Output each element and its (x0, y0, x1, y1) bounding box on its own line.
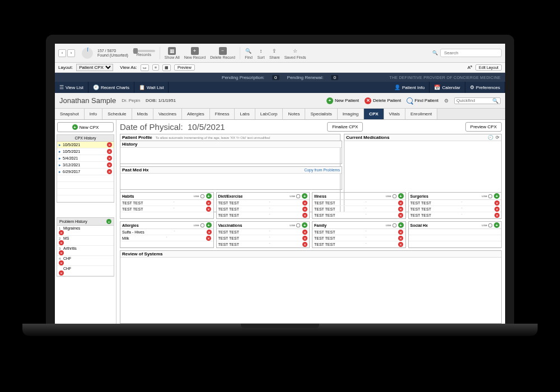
illness-item[interactable]: TEST TEST˄✕ (312, 200, 405, 206)
preview-cpx-button[interactable]: Preview CPX (465, 122, 502, 132)
records-slider[interactable]: Records (133, 50, 155, 57)
allergies-item[interactable] (120, 241, 213, 248)
habits-item[interactable]: TEST TEST˄✕ (120, 200, 213, 206)
delete-cpx-button[interactable]: ✕ (107, 162, 112, 167)
delete-patient-button[interactable]: ✕Delete Patient (365, 97, 401, 104)
diet-delete-button[interactable]: ✕ (302, 207, 307, 212)
habits-delete-button[interactable]: ✕ (206, 200, 211, 206)
problem-item[interactable]: CHF✕ (57, 266, 114, 276)
surgeries-delete-button[interactable]: ✕ (494, 213, 500, 218)
allergies-delete-button[interactable]: ✕ (207, 230, 212, 235)
delete-cpx-button[interactable]: ✕ (107, 156, 112, 161)
cpx-history-item[interactable]: ▸5/4/2021✕ (57, 155, 114, 162)
surgeries-item[interactable]: TEST TEST˄✕ (409, 212, 502, 218)
delete-record-button[interactable]: －Delete Record (210, 47, 235, 59)
diet-use-checkbox[interactable] (296, 194, 300, 198)
problem-item[interactable]: 3Arthritis✕ (57, 246, 114, 256)
illness-add-button[interactable]: + (398, 193, 404, 199)
illness-delete-button[interactable]: ✕ (398, 200, 403, 206)
tab-info[interactable]: Info (85, 109, 102, 119)
allergies-item[interactable]: Sulfa - Hives˄✕ (120, 229, 213, 235)
tab-vitals[interactable]: Vitals (384, 109, 405, 119)
family-item[interactable]: TEST TEST˄✕ (312, 229, 405, 235)
surgeries-use-checkbox[interactable] (488, 194, 492, 198)
tab-specialists[interactable]: Specialists (305, 109, 337, 119)
find-patient-button[interactable]: Find Patient (407, 97, 438, 104)
habits-use-checkbox[interactable] (200, 194, 204, 198)
delete-cpx-button[interactable]: ✕ (107, 142, 112, 147)
preview-button[interactable]: Preview (174, 64, 195, 71)
next-record-button[interactable]: › (67, 49, 75, 57)
add-problem-button[interactable]: + (106, 219, 111, 224)
delete-problem-button[interactable]: ✕ (59, 250, 64, 255)
toolbar-search-input[interactable] (440, 49, 502, 57)
vaccinations-add-button[interactable]: + (302, 222, 307, 228)
prev-record-button[interactable]: ‹ (58, 49, 66, 57)
diet-item[interactable]: TEST TEST˄✕ (217, 200, 310, 206)
cpx-history-item[interactable]: ▸10/5/2021✕ (57, 142, 114, 148)
cpx-history-item[interactable]: ▸3/12/2021✕ (57, 162, 114, 169)
vaccinations-use-checkbox[interactable] (296, 223, 300, 227)
family-item[interactable]: TEST TEST˄✕ (312, 241, 405, 248)
surgeries-delete-button[interactable]: ✕ (494, 200, 500, 206)
delete-problem-button[interactable]: ✕ (59, 230, 64, 235)
tab-notes[interactable]: Notes (283, 109, 305, 119)
tab-allergies[interactable]: Allergies (182, 109, 210, 119)
tab-labcorp[interactable]: LabCorp (255, 109, 283, 119)
past-med-hx-body[interactable] (120, 174, 342, 189)
nav-wait-list[interactable]: 📋Wait List (134, 82, 169, 93)
family-add-button[interactable]: + (398, 222, 404, 228)
vaccinations-delete-button[interactable]: ✕ (302, 242, 307, 247)
delete-problem-button[interactable]: ✕ (59, 240, 64, 245)
delete-cpx-button[interactable]: ✕ (107, 149, 112, 154)
saved-finds-button[interactable]: ☆Saved Finds (284, 47, 306, 59)
social-item[interactable] (409, 235, 502, 241)
family-item[interactable]: TEST TEST˄✕ (312, 235, 405, 241)
tab-labs[interactable]: Labs (235, 109, 255, 119)
show-all-button[interactable]: ▦Show All (165, 47, 180, 59)
illness-use-checkbox[interactable] (393, 194, 396, 198)
history-body[interactable] (120, 148, 342, 164)
surgeries-add-button[interactable]: + (494, 193, 500, 199)
view-list-button[interactable]: ≡ (152, 64, 159, 71)
diet-delete-button[interactable]: ✕ (302, 200, 307, 206)
allergies-use-checkbox[interactable] (200, 223, 204, 227)
delete-cpx-button[interactable]: ✕ (107, 169, 112, 174)
family-use-checkbox[interactable] (393, 223, 396, 227)
problem-item[interactable]: 2MS✕ (57, 236, 114, 246)
surgeries-item[interactable]: TEST TEST˄✕ (409, 206, 502, 212)
social-use-checkbox[interactable] (488, 223, 492, 227)
tab-schedule[interactable]: Schedule (102, 109, 132, 119)
diet-item[interactable]: TEST TEST˄✕ (217, 206, 310, 212)
tab-cpx[interactable]: CPX (364, 109, 384, 119)
social-item[interactable] (409, 229, 502, 235)
diet-delete-button[interactable]: ✕ (302, 213, 307, 218)
tab-imaging[interactable]: Imaging (338, 109, 364, 119)
allergies-item[interactable]: Milk˄✕ (120, 235, 213, 241)
habits-add-button[interactable]: + (206, 193, 212, 199)
edit-layout-button[interactable]: Edit Layout (475, 64, 502, 71)
layout-select[interactable]: Patient CPX (76, 64, 113, 71)
share-button[interactable]: ⇪Share (269, 47, 280, 59)
nav-calendar[interactable]: 📅Calendar (430, 82, 465, 93)
vaccinations-item[interactable]: TEST TEST˄✕ (217, 229, 310, 235)
problem-item[interactable]: 1Migraines✕ (57, 226, 114, 236)
search-icon[interactable]: 🔍 (492, 98, 498, 104)
family-delete-button[interactable]: ✕ (398, 236, 403, 241)
tab-snapshot[interactable]: Snapshot (55, 109, 85, 119)
family-delete-button[interactable]: ✕ (398, 242, 403, 247)
illness-delete-button[interactable]: ✕ (398, 213, 403, 218)
allergies-delete-button[interactable]: ✕ (206, 236, 211, 241)
vaccinations-item[interactable]: TEST TEST˄✕ (217, 241, 310, 248)
tab-enrollment[interactable]: Enrollment (405, 109, 437, 119)
habits-item[interactable]: TEST TEST˄✕ (120, 206, 213, 212)
cpx-history-item[interactable]: ▸6/29/2017✕ (57, 169, 114, 175)
habits-delete-button[interactable]: ✕ (206, 207, 211, 212)
surgeries-item[interactable]: TEST TEST˄✕ (409, 200, 502, 206)
social-add-button[interactable]: + (494, 222, 500, 228)
cpx-history-item[interactable]: ▸10/5/2021✕ (57, 148, 114, 155)
habits-item[interactable] (120, 212, 213, 218)
surgeries-delete-button[interactable]: ✕ (494, 207, 500, 212)
problem-item[interactable]: 4CHF✕ (57, 256, 114, 266)
finalize-cpx-button[interactable]: Finalize CPX (327, 122, 363, 132)
